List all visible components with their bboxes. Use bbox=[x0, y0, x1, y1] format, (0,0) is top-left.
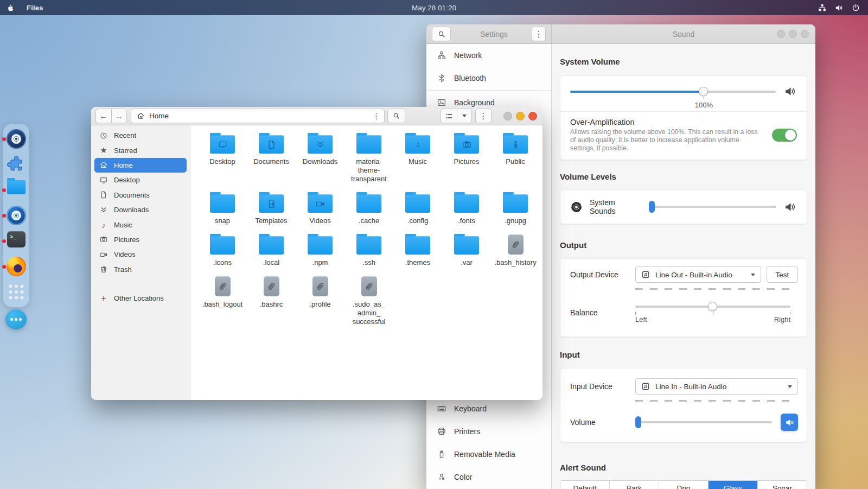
sidebar-item-desktop[interactable]: Desktop bbox=[94, 173, 187, 187]
forward-button[interactable]: → bbox=[111, 109, 127, 123]
window-maximize-button[interactable] bbox=[789, 30, 797, 38]
balance-slider-handle[interactable] bbox=[708, 302, 717, 311]
power-icon[interactable] bbox=[851, 3, 860, 12]
sidebar-item-music[interactable]: ♪Music bbox=[94, 217, 187, 232]
dock-item-settings[interactable] bbox=[7, 129, 26, 149]
path-bar[interactable]: Home ⋮ bbox=[131, 109, 385, 123]
file-item-.bash_logout[interactable]: .bash_logout bbox=[198, 274, 247, 326]
system-sounds-slider-handle[interactable] bbox=[649, 201, 655, 213]
alert-sound-option-glass[interactable]: Glass bbox=[709, 481, 758, 489]
input-card: Input Device Line In - Built-in Audio Vo… bbox=[560, 368, 807, 442]
sidebar-item-videos[interactable]: Videos bbox=[94, 247, 187, 262]
folder-item-.ssh[interactable]: .ssh bbox=[344, 232, 393, 267]
dock-item-app-grid[interactable] bbox=[7, 282, 26, 302]
folder-item-pictures[interactable]: Pictures bbox=[442, 131, 491, 183]
settings-titlebar[interactable]: Settings ⋮ Sound bbox=[426, 24, 815, 44]
sidebar-item-pictures[interactable]: Pictures bbox=[94, 232, 187, 247]
window-minimize-button[interactable] bbox=[503, 112, 512, 120]
item-label: Videos bbox=[296, 217, 344, 225]
path-menu-button[interactable]: ⋮ bbox=[370, 110, 383, 122]
folder-item-desktop[interactable]: Desktop bbox=[198, 131, 247, 183]
dock-item-tweaks[interactable] bbox=[7, 206, 26, 225]
dock-item-firefox[interactable] bbox=[7, 257, 26, 276]
dock-item-files[interactable] bbox=[7, 180, 26, 200]
sidebar-item-label: Other Locations bbox=[114, 294, 164, 302]
document-icon bbox=[99, 190, 108, 199]
settings-menu-button[interactable]: ⋮ bbox=[532, 27, 546, 41]
input-mute-button[interactable] bbox=[781, 414, 798, 431]
network-share-icon[interactable] bbox=[818, 3, 827, 12]
folder-item-downloads[interactable]: Downloads bbox=[296, 131, 344, 183]
folder-item-.fonts[interactable]: .fonts bbox=[442, 190, 491, 225]
alert-sound-option-bark[interactable]: Bark bbox=[610, 481, 659, 489]
item-label: .profile bbox=[296, 300, 344, 309]
output-device-dropdown[interactable]: Line Out - Built-in Audio bbox=[635, 266, 761, 283]
files-menu-button[interactable]: ⋮ bbox=[475, 109, 492, 123]
alert-sound-option-drip[interactable]: Drip bbox=[659, 481, 709, 489]
folder-item-.cache[interactable]: .cache bbox=[344, 190, 393, 225]
sidebar-item-downloads[interactable]: Downloads bbox=[94, 202, 187, 217]
back-button[interactable]: ← bbox=[95, 109, 111, 123]
alert-sound-option-sonar[interactable]: Sonar bbox=[758, 481, 807, 489]
folder-item-.var[interactable]: .var bbox=[442, 232, 491, 267]
folder-item-.config[interactable]: .config bbox=[393, 190, 442, 225]
file-item-.sudo_as_admin_successful[interactable]: .sudo_as_ admin_ successful bbox=[344, 274, 393, 326]
folder-item-music[interactable]: ♪Music bbox=[393, 131, 442, 183]
system-volume-slider[interactable]: 100% bbox=[570, 87, 776, 97]
alert-sound-option-default[interactable]: Default bbox=[560, 481, 610, 489]
folder-item-.themes[interactable]: .themes bbox=[393, 232, 442, 267]
list-view-icon bbox=[445, 112, 454, 120]
settings-nav-printers[interactable]: Printers bbox=[426, 420, 551, 443]
settings-nav-removable-media[interactable]: Removable Media bbox=[426, 443, 551, 466]
files-titlebar[interactable]: ← → Home ⋮ ⋮ bbox=[91, 107, 542, 125]
sidebar-item-documents[interactable]: Documents bbox=[94, 188, 187, 202]
files-search-button[interactable] bbox=[387, 109, 405, 123]
system-volume-slider-handle[interactable] bbox=[699, 87, 708, 96]
dock-item-terminal[interactable]: >_ bbox=[7, 231, 26, 251]
folder-item-.icons[interactable]: .icons bbox=[198, 232, 247, 267]
over-amplification-toggle[interactable] bbox=[772, 129, 797, 142]
settings-nav-color[interactable]: Color bbox=[426, 466, 551, 488]
file-item-.profile[interactable]: .profile bbox=[296, 274, 344, 326]
system-sounds-slider[interactable] bbox=[649, 202, 776, 212]
balance-slider[interactable] bbox=[635, 302, 790, 312]
sidebar-item-trash[interactable]: Trash bbox=[94, 262, 187, 277]
window-close-button[interactable] bbox=[801, 30, 809, 38]
item-label: Desktop bbox=[198, 157, 247, 166]
input-device-dropdown[interactable]: Line In - Built-in Audio bbox=[635, 378, 798, 395]
system-volume-row: 100% bbox=[560, 76, 807, 111]
dock-item-extensions[interactable] bbox=[7, 155, 26, 174]
folder-item-materia-theme-transparent[interactable]: materia- theme- transparent bbox=[344, 131, 393, 183]
folder-item-.local[interactable]: .local bbox=[247, 232, 296, 267]
files-grid: DesktopDocumentsDownloadsmateria- theme-… bbox=[190, 125, 542, 400]
settings-nav-network[interactable]: Network bbox=[426, 44, 551, 67]
input-volume-slider-handle[interactable] bbox=[635, 416, 641, 428]
test-speakers-button[interactable]: Test bbox=[767, 266, 798, 283]
file-item-.bashrc[interactable]: .bashrc bbox=[247, 274, 296, 326]
folder-item-.gnupg[interactable]: .gnupg bbox=[491, 190, 540, 225]
input-volume-slider[interactable] bbox=[635, 417, 772, 427]
volume-icon[interactable] bbox=[834, 3, 844, 12]
view-mode-button[interactable] bbox=[441, 109, 457, 123]
file-item-.bash_history[interactable]: .bash_history bbox=[491, 232, 540, 267]
view-options-button[interactable] bbox=[457, 109, 472, 123]
sidebar-item-recent[interactable]: Recent bbox=[94, 128, 187, 143]
sidebar-item-starred[interactable]: ★Starred bbox=[94, 143, 187, 157]
window-maximize-button[interactable] bbox=[516, 112, 525, 120]
input-heading: Input bbox=[560, 350, 807, 359]
window-minimize-button[interactable] bbox=[777, 30, 785, 38]
folder-item-.npm[interactable]: .npm bbox=[296, 232, 344, 267]
folder-item-public[interactable]: Public bbox=[491, 131, 540, 183]
folder-item-templates[interactable]: Templates bbox=[247, 190, 296, 225]
item-label: Music bbox=[393, 157, 442, 166]
folder-item-documents[interactable]: Documents bbox=[247, 131, 296, 183]
settings-nav-bluetooth[interactable]: Bluetooth bbox=[426, 67, 551, 90]
folder-item-videos[interactable]: Videos bbox=[296, 190, 344, 225]
clock[interactable]: May 28 01:20 bbox=[0, 4, 868, 12]
folder-item-snap[interactable]: snap bbox=[198, 190, 247, 225]
sidebar-item-home[interactable]: Home bbox=[94, 158, 187, 173]
sidebar-item-other-locations[interactable]: +Other Locations bbox=[94, 291, 187, 306]
settings-nav-keyboard[interactable]: Keyboard bbox=[426, 397, 551, 420]
window-close-button[interactable] bbox=[528, 112, 537, 120]
dock-more-button[interactable] bbox=[5, 309, 27, 329]
